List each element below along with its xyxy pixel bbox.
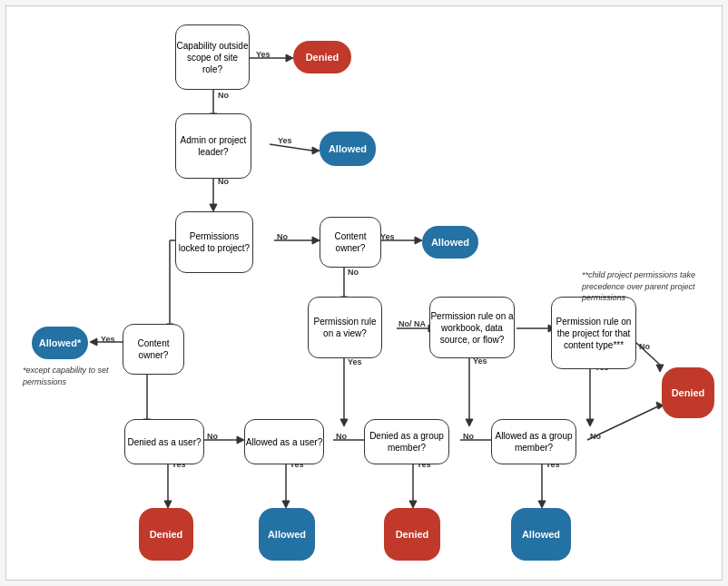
node-permission-workbook: Permission rule on a workbook, data sour… bbox=[429, 297, 515, 358]
node-allowed-user: Allowed as a user? bbox=[244, 419, 324, 464]
node-capability: Capability outside scope of site role? bbox=[175, 24, 250, 90]
label-yes-capability: Yes bbox=[256, 50, 271, 59]
node-allowed3: Allowed bbox=[511, 508, 571, 561]
svg-marker-11 bbox=[415, 237, 422, 244]
node-allowed-group: Allowed as a group member? bbox=[491, 419, 576, 464]
label-yes-contentowner2: Yes bbox=[101, 335, 115, 344]
label-no-deniedgroup: No bbox=[463, 432, 474, 441]
svg-marker-48 bbox=[538, 501, 546, 508]
node-permission-project: Permission rule on the project for that … bbox=[551, 297, 636, 369]
node-content-owner1: Content owner? bbox=[320, 217, 381, 268]
node-allowed2b: Allowed bbox=[259, 508, 315, 561]
node-denied1: Denied bbox=[293, 41, 351, 73]
svg-line-4 bbox=[270, 144, 312, 151]
label-no-contentowner1: No bbox=[348, 268, 359, 277]
svg-marker-34 bbox=[237, 436, 244, 444]
node-denied2: Denied bbox=[139, 508, 193, 561]
node-allowed1: Allowed bbox=[320, 132, 376, 166]
node-denied-user: Denied as a user? bbox=[124, 419, 204, 464]
label-no-alloweduser: No bbox=[336, 432, 347, 441]
label-no-capability: No bbox=[218, 91, 229, 100]
node-content-owner2: Content owner? bbox=[123, 324, 184, 375]
node-permissions-locked: Permissions locked to project? bbox=[175, 211, 253, 273]
label-yes-contentowner1: Yes bbox=[380, 232, 395, 241]
svg-marker-7 bbox=[210, 204, 217, 211]
svg-marker-26 bbox=[656, 365, 664, 372]
note-allowed-star: *except capability to set permissions bbox=[23, 365, 123, 387]
svg-marker-42 bbox=[164, 501, 172, 508]
label-nona-permview: No/ NA bbox=[398, 319, 426, 328]
svg-marker-9 bbox=[312, 237, 320, 244]
svg-marker-28 bbox=[340, 419, 348, 426]
svg-marker-5 bbox=[312, 147, 320, 154]
svg-marker-46 bbox=[409, 501, 417, 508]
node-denied-group: Denied as a group member? bbox=[364, 419, 449, 464]
svg-marker-1 bbox=[286, 54, 293, 62]
node-admin: Admin or project leader? bbox=[175, 113, 251, 179]
svg-marker-30 bbox=[466, 419, 473, 426]
label-no-denieduser: No bbox=[207, 432, 218, 441]
svg-marker-44 bbox=[282, 501, 290, 508]
label-no-allowedgroup: No bbox=[590, 432, 601, 441]
node-allowed2: Allowed bbox=[422, 226, 478, 259]
note-child-project: **child project permissions take precede… bbox=[582, 269, 713, 304]
label-no-permproject: No bbox=[639, 342, 650, 351]
node-denied3: Denied bbox=[384, 508, 440, 561]
node-denied-main: Denied bbox=[662, 367, 714, 418]
label-yes-admin: Yes bbox=[278, 136, 292, 145]
node-permission-view: Permission rule on a view? bbox=[308, 297, 382, 358]
label-yes-permview: Yes bbox=[348, 357, 362, 366]
svg-marker-18 bbox=[90, 338, 97, 346]
svg-marker-32 bbox=[586, 419, 594, 426]
node-allowed-star: Allowed* bbox=[32, 327, 88, 359]
label-no-permlocked: No bbox=[277, 232, 288, 241]
diagram-container: Yes No Yes No No Yes Yes No Yes No No/ N… bbox=[5, 5, 723, 581]
